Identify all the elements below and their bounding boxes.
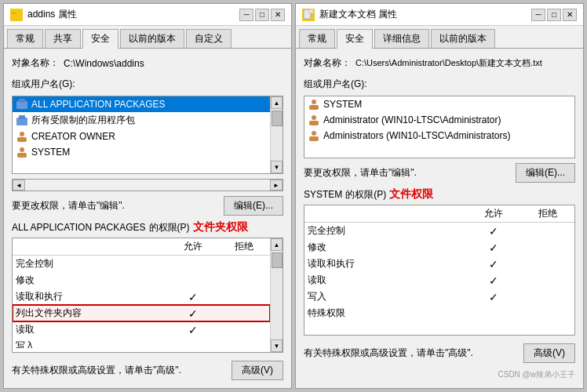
deny-check [218, 305, 270, 321]
left-perm-scrollbar[interactable]: ▲ ▼ [270, 238, 283, 352]
user-name: Administrator (WIN10-LTSC\Administrator) [323, 114, 501, 125]
left-advanced-button[interactable]: 高级(V) [232, 361, 283, 380]
table-row: 写入 [13, 338, 270, 348]
left-window-title: addins 属性 [27, 8, 77, 21]
close-button[interactable]: ✕ [271, 9, 285, 21]
perm-name: 完全控制 [13, 256, 167, 273]
allow-check [167, 272, 219, 289]
col-perm-name [13, 238, 167, 256]
left-list-scrollbar[interactable]: ▲ ▼ [270, 96, 283, 173]
left-perm-table-wrapper: 允许 拒绝 完全控制 修改 [13, 238, 270, 348]
right-maximize-button[interactable]: □ [547, 9, 561, 21]
list-item[interactable]: SYSTEM [304, 96, 574, 112]
left-perm-header: ALL APPLICATION PACKAGES 的权限(P) 文件夹权限 [12, 220, 283, 234]
svg-point-6 [20, 132, 24, 136]
right-bottom-row: 有关特殊权限或高级设置，请单击"高级". 高级(V) [304, 343, 575, 363]
tab-security-left[interactable]: 安全 [82, 29, 118, 49]
table-row: 完全控制 [13, 256, 270, 273]
scroll-track[interactable] [271, 109, 283, 161]
list-item[interactable]: CREATOR OWNER [13, 129, 270, 144]
perm-name: 读取 [304, 272, 466, 289]
perm-scroll-thumb[interactable] [272, 252, 283, 268]
tab-security-right[interactable]: 安全 [337, 29, 373, 49]
svg-rect-3 [19, 99, 25, 103]
col-allow: 允许 [466, 205, 520, 223]
left-object-label: 对象名称： [12, 56, 59, 70]
table-row: 读取 ✓ [13, 321, 270, 338]
allow-check: ✓ [466, 289, 520, 305]
system-icon [16, 146, 28, 158]
svg-rect-9 [17, 153, 27, 158]
allow-check: ✓ [466, 223, 520, 240]
perm-name: 读取 [13, 321, 167, 338]
perm-name: 写入 [13, 338, 167, 348]
deny-check [520, 272, 574, 289]
left-permissions: ALL APPLICATION PACKAGES 的权限(P) 文件夹权限 允许… [12, 220, 283, 353]
left-group-label: 组或用户名(G): [12, 78, 283, 91]
tab-previous-right[interactable]: 以前的版本 [431, 29, 495, 48]
maximize-button[interactable]: □ [255, 9, 269, 21]
right-object-row: 对象名称： C:\Users\Administrator\Desktop\新建文… [304, 56, 575, 70]
list-item[interactable]: ALL APPLICATION PACKAGES [13, 96, 270, 112]
svg-point-13 [312, 100, 316, 104]
right-edit-button[interactable]: 编辑(E)... [516, 163, 575, 183]
scroll-up-btn[interactable]: ▲ [271, 96, 283, 109]
tab-previous-left[interactable]: 以前的版本 [120, 29, 184, 48]
left-user-list[interactable]: ALL APPLICATION PACKAGES 所有受限制的应用程序包 CRE… [12, 96, 283, 174]
user-icon [308, 114, 320, 126]
right-close-button[interactable]: ✕ [563, 9, 577, 21]
allow-check [167, 256, 219, 273]
scroll-thumb[interactable] [272, 111, 283, 126]
table-row: 修改 ✓ [304, 239, 574, 256]
right-file-rights-label: 文件权限 [389, 187, 433, 201]
scroll-down-btn[interactable]: ▼ [271, 161, 283, 173]
right-advanced-hint: 有关特殊权限或高级设置，请单击"高级". [304, 347, 473, 360]
right-perm-title: SYSTEM [304, 189, 342, 200]
watermark: CSDN @w辣弟小王子 [304, 369, 575, 380]
list-item[interactable]: Administrators (WIN10-LTSC\Administrator… [304, 128, 574, 143]
perm-scroll-down[interactable]: ▼ [271, 339, 283, 352]
deny-check [520, 223, 574, 240]
right-advanced-button[interactable]: 高级(V) [523, 343, 575, 363]
table-row: 读取 ✓ [304, 272, 574, 289]
tab-general-left[interactable]: 常规 [7, 29, 43, 48]
right-user-list[interactable]: SYSTEM Administrator (WIN10-LTSC\Adminis… [304, 96, 575, 158]
tab-general-right[interactable]: 常规 [299, 29, 335, 48]
deny-check [218, 338, 270, 348]
perm-name: 特殊权限 [304, 305, 466, 321]
deny-check [218, 256, 270, 273]
svg-rect-18 [309, 136, 319, 141]
right-content: 对象名称： C:\Users\Administrator\Desktop\新建文… [296, 49, 583, 388]
deny-check [520, 239, 574, 256]
col-deny: 拒绝 [520, 205, 574, 223]
list-item[interactable]: SYSTEM [13, 144, 270, 160]
right-perm-subtitle: 的权限(P) [345, 188, 386, 201]
left-object-value: C:\Windows\addins [64, 58, 283, 69]
perm-scroll-track[interactable] [271, 251, 283, 339]
left-edit-button[interactable]: 编辑(E)... [224, 196, 283, 216]
perm-scroll-up[interactable]: ▲ [271, 238, 283, 251]
tab-detail-right[interactable]: 详细信息 [374, 29, 429, 48]
col-perm-name [304, 205, 466, 223]
right-minimize-button[interactable]: ─ [531, 9, 545, 21]
right-object-value: C:\Users\Administrator\Desktop\新建文本文档.tx… [355, 57, 575, 69]
left-hscrollbar[interactable]: ◄ ► [12, 179, 283, 191]
user-icon [16, 130, 28, 143]
left-edit-row: 要更改权限，请单击"编辑". 编辑(E)... [12, 196, 283, 216]
list-item[interactable]: 所有受限制的应用程序包 [13, 112, 270, 129]
deny-check [520, 256, 574, 272]
hscroll-left-btn[interactable]: ◄ [13, 180, 25, 191]
perm-name: 读取和执行 [13, 289, 167, 305]
table-row: 列出文件夹内容 ✓ [13, 305, 270, 321]
left-object-row: 对象名称： C:\Windows\addins [12, 56, 283, 70]
left-title-bar: addins 属性 ─ □ ✕ [4, 4, 291, 26]
tab-custom-left[interactable]: 自定义 [186, 29, 232, 48]
deny-check [218, 272, 270, 289]
list-item[interactable]: Administrator (WIN10-LTSC\Administrator) [304, 112, 574, 128]
tab-share-left[interactable]: 共享 [45, 29, 81, 48]
left-change-hint: 要更改权限，请单击"编辑". [12, 199, 125, 212]
hscroll-right-btn[interactable]: ► [270, 180, 283, 191]
svg-rect-14 [309, 105, 319, 110]
user-name: SYSTEM [31, 147, 70, 158]
minimize-button[interactable]: ─ [239, 9, 253, 21]
